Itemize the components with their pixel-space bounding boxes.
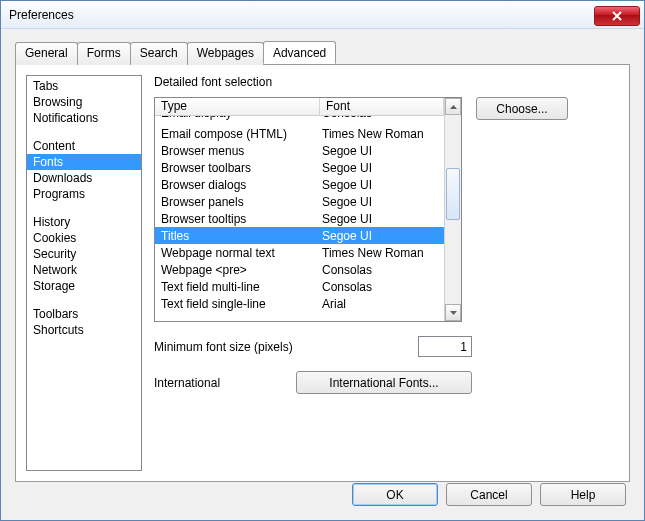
- table-row[interactable]: TitlesSegoe UI: [155, 227, 444, 244]
- table-row[interactable]: Webpage <pre>Consolas: [155, 261, 444, 278]
- sidebar-item-tabs[interactable]: Tabs: [27, 78, 141, 94]
- ok-button[interactable]: OK: [352, 483, 438, 506]
- sidebar-item-storage[interactable]: Storage: [27, 278, 141, 294]
- help-button[interactable]: Help: [540, 483, 626, 506]
- cell-font: Times New Roman: [320, 127, 444, 141]
- column-headers[interactable]: Type Font: [155, 98, 444, 116]
- font-list-rows: Email displayConsolasEmail compose (HTML…: [155, 116, 444, 312]
- tab-search[interactable]: Search: [130, 42, 188, 65]
- cell-type: Webpage <pre>: [155, 263, 320, 277]
- table-row[interactable]: Email compose (HTML)Times New Roman: [155, 125, 444, 142]
- tab-general[interactable]: General: [15, 42, 78, 65]
- close-button[interactable]: [594, 6, 640, 26]
- scrollbar[interactable]: [444, 98, 461, 321]
- chevron-down-icon: [450, 311, 457, 315]
- sidebar-item-security[interactable]: Security: [27, 246, 141, 262]
- sidebar[interactable]: Tabs Browsing Notifications Content Font…: [26, 75, 142, 471]
- sidebar-item-downloads[interactable]: Downloads: [27, 170, 141, 186]
- cell-type: Browser panels: [155, 195, 320, 209]
- table-row[interactable]: Text field multi-lineConsolas: [155, 278, 444, 295]
- cell-font: Consolas: [320, 263, 444, 277]
- tab-webpages[interactable]: Webpages: [187, 42, 264, 65]
- chevron-up-icon: [450, 105, 457, 109]
- sidebar-item-network[interactable]: Network: [27, 262, 141, 278]
- table-row[interactable]: Email displayConsolas: [155, 116, 444, 125]
- cell-type: Browser dialogs: [155, 178, 320, 192]
- tab-forms[interactable]: Forms: [77, 42, 131, 65]
- tabstrip: General Forms Search Webpages Advanced: [15, 41, 630, 64]
- international-label: International: [154, 376, 296, 390]
- font-list-row: Type Font Email displayConsolasEmail com…: [154, 97, 619, 322]
- sidebar-spacer: [27, 294, 141, 306]
- scroll-up-button[interactable]: [445, 98, 461, 115]
- sidebar-item-content[interactable]: Content: [27, 138, 141, 154]
- main-content: Detailed font selection Type Font Email …: [154, 75, 619, 471]
- sidebar-item-toolbars[interactable]: Toolbars: [27, 306, 141, 322]
- cell-type: Email display: [155, 116, 320, 120]
- cell-type: Email compose (HTML): [155, 127, 320, 141]
- choose-button[interactable]: Choose...: [476, 97, 568, 120]
- table-row[interactable]: Browser menusSegoe UI: [155, 142, 444, 159]
- cell-type: Titles: [155, 229, 320, 243]
- cell-font: Segoe UI: [320, 144, 444, 158]
- tab-advanced[interactable]: Advanced: [263, 41, 336, 64]
- cancel-button[interactable]: Cancel: [446, 483, 532, 506]
- sidebar-item-cookies[interactable]: Cookies: [27, 230, 141, 246]
- table-row[interactable]: Browser toolbarsSegoe UI: [155, 159, 444, 176]
- table-row[interactable]: Browser dialogsSegoe UI: [155, 176, 444, 193]
- cell-font: Segoe UI: [320, 161, 444, 175]
- sidebar-item-programs[interactable]: Programs: [27, 186, 141, 202]
- international-fonts-button[interactable]: International Fonts...: [296, 371, 472, 394]
- table-row[interactable]: Webpage normal textTimes New Roman: [155, 244, 444, 261]
- dialog-buttons: OK Cancel Help: [352, 483, 626, 506]
- tab-panel-advanced: Tabs Browsing Notifications Content Font…: [15, 64, 630, 482]
- cell-font: Consolas: [320, 280, 444, 294]
- sidebar-item-shortcuts[interactable]: Shortcuts: [27, 322, 141, 338]
- table-row[interactable]: Browser tooltipsSegoe UI: [155, 210, 444, 227]
- cell-type: Browser toolbars: [155, 161, 320, 175]
- column-header-type[interactable]: Type: [155, 98, 320, 115]
- min-font-row: Minimum font size (pixels): [154, 336, 619, 357]
- column-header-font[interactable]: Font: [320, 98, 444, 115]
- sidebar-spacer: [27, 202, 141, 214]
- sidebar-item-notifications[interactable]: Notifications: [27, 110, 141, 126]
- client-area: General Forms Search Webpages Advanced T…: [1, 29, 644, 520]
- cell-font: Consolas: [320, 116, 444, 120]
- titlebar: Preferences: [1, 1, 644, 29]
- cell-type: Browser menus: [155, 144, 320, 158]
- font-list-content: Type Font Email displayConsolasEmail com…: [155, 98, 444, 321]
- table-row[interactable]: Text field single-lineArial: [155, 295, 444, 312]
- international-row: International International Fonts...: [154, 371, 619, 394]
- cell-type: Text field multi-line: [155, 280, 320, 294]
- sidebar-item-history[interactable]: History: [27, 214, 141, 230]
- cell-font: Segoe UI: [320, 195, 444, 209]
- cell-font: Arial: [320, 297, 444, 311]
- scroll-down-button[interactable]: [445, 304, 461, 321]
- cell-font: Segoe UI: [320, 212, 444, 226]
- sidebar-item-browsing[interactable]: Browsing: [27, 94, 141, 110]
- min-font-label: Minimum font size (pixels): [154, 340, 364, 354]
- close-icon: [612, 11, 622, 21]
- cell-font: Times New Roman: [320, 246, 444, 260]
- cell-type: Webpage normal text: [155, 246, 320, 260]
- section-heading: Detailed font selection: [154, 75, 619, 89]
- preferences-dialog: Preferences General Forms Search Webpage…: [0, 0, 645, 521]
- min-font-input[interactable]: [418, 336, 472, 357]
- cell-type: Text field single-line: [155, 297, 320, 311]
- sidebar-spacer: [27, 126, 141, 138]
- sidebar-item-fonts[interactable]: Fonts: [27, 154, 141, 170]
- window-title: Preferences: [9, 8, 74, 22]
- scroll-thumb[interactable]: [446, 168, 460, 220]
- font-list[interactable]: Type Font Email displayConsolasEmail com…: [154, 97, 462, 322]
- cell-font: Segoe UI: [320, 178, 444, 192]
- table-row[interactable]: Browser panelsSegoe UI: [155, 193, 444, 210]
- cell-type: Browser tooltips: [155, 212, 320, 226]
- cell-font: Segoe UI: [320, 229, 444, 243]
